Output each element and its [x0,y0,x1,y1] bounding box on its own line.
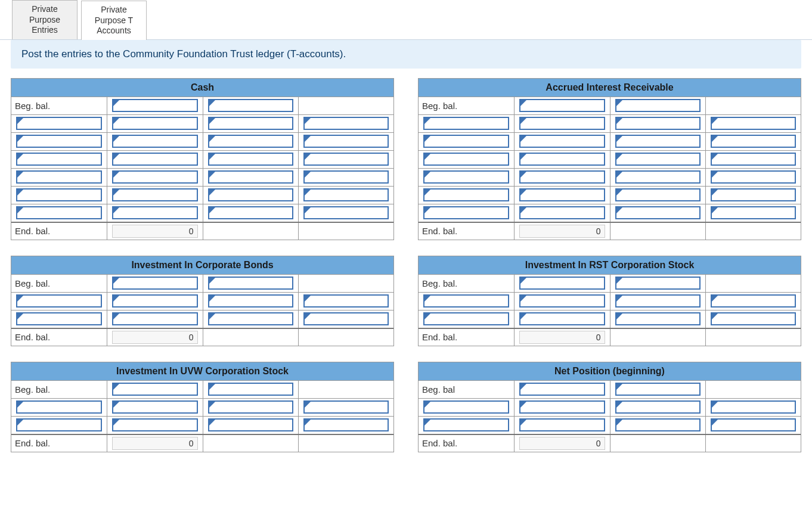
entry-label-input[interactable] [423,418,509,431]
entry-label-input[interactable] [423,153,509,166]
credit-input[interactable] [208,418,293,431]
credit-input[interactable] [208,170,293,184]
credit-input[interactable] [208,400,293,414]
debit-input[interactable] [112,418,197,431]
entry-ref-input[interactable] [711,117,796,130]
entry-label-input[interactable] [423,294,509,308]
entry-label-input[interactable] [16,170,102,184]
cell [419,293,514,310]
entry-label-input[interactable] [423,135,509,148]
entry-ref-input[interactable] [303,206,389,219]
entry-ref-input[interactable] [303,418,389,431]
debit-input[interactable] [112,135,197,148]
entry-label-input[interactable] [16,312,102,325]
entry-ref-input[interactable] [711,153,796,166]
entry-ref-input[interactable] [303,312,389,325]
entry-label-input[interactable] [423,400,509,414]
entry-ref-input[interactable] [303,400,389,414]
credit-input[interactable] [615,188,701,201]
debit-input[interactable] [112,117,197,130]
entry-ref-input[interactable] [711,206,796,219]
debit-input[interactable] [112,383,197,396]
entry-ref-input[interactable] [303,153,389,166]
entry-ref-input[interactable] [303,170,389,184]
tab-private-purpose-t-accounts[interactable]: Private Purpose T Accounts [81,1,147,40]
entry-ref-input[interactable] [711,135,796,148]
entry-label-input[interactable] [16,294,102,308]
dropdown-indicator-icon [520,296,526,302]
credit-input[interactable] [208,277,293,290]
entry-label-input[interactable] [16,188,102,201]
credit-input[interactable] [208,312,293,325]
credit-input[interactable] [208,206,293,219]
credit-input[interactable] [615,99,701,112]
entry-label-input[interactable] [423,170,509,184]
debit-input[interactable] [519,277,605,290]
entry-ref-input[interactable] [711,418,796,431]
credit-input[interactable] [615,170,701,184]
credit-input[interactable] [615,277,701,290]
debit-input[interactable] [112,277,197,290]
debit-input[interactable] [519,383,605,396]
credit-input[interactable] [615,400,701,414]
credit-input[interactable] [208,153,293,166]
debit-input[interactable] [519,188,605,201]
entry-label-input[interactable] [423,117,509,130]
entry-label-input[interactable] [16,400,102,414]
credit-input[interactable] [615,117,701,130]
debit-input[interactable] [519,153,605,166]
debit-input[interactable] [519,170,605,184]
debit-input[interactable] [112,206,197,219]
credit-input[interactable] [615,206,701,219]
debit-input[interactable] [112,170,197,184]
credit-input[interactable] [615,418,701,431]
entry-label-input[interactable] [423,188,509,201]
credit-input[interactable] [208,188,293,201]
entry-ref-input[interactable] [303,135,389,148]
entry-ref-input[interactable] [303,294,389,308]
entry-ref-input[interactable] [303,188,389,201]
entry-ref-input[interactable] [711,312,796,325]
entry-label-input[interactable] [16,153,102,166]
debit-input[interactable] [112,153,197,166]
credit-input[interactable] [615,135,701,148]
debit-input[interactable] [112,294,197,308]
tab-private-purpose-entries[interactable]: Private Purpose Entries [12,0,78,39]
debit-input[interactable] [112,99,197,112]
debit-input[interactable] [519,418,605,431]
entry-ref-input[interactable] [711,188,796,201]
credit-input[interactable] [615,153,701,166]
debit-input[interactable] [519,400,605,414]
entry-label-input[interactable] [16,206,102,219]
entry-ref-input[interactable] [711,400,796,414]
entry-label-input[interactable] [423,206,509,219]
cell [11,115,107,132]
ledger-grid: CashBeg. bal.End. bal.0Investment In Cor… [0,78,812,468]
debit-input[interactable] [519,206,605,219]
entry-ref-input[interactable] [303,117,389,130]
entry-ref-input[interactable] [711,294,796,308]
credit-input[interactable] [208,383,293,396]
credit-input[interactable] [615,294,701,308]
entry-label-input[interactable] [16,418,102,431]
dropdown-indicator-icon [712,172,718,178]
debit-input[interactable] [519,99,605,112]
debit-input[interactable] [519,117,605,130]
debit-input[interactable] [519,135,605,148]
credit-input[interactable] [208,99,293,112]
entry-label-input[interactable] [16,135,102,148]
credit-input[interactable] [208,117,293,130]
entry-label-input[interactable] [16,117,102,130]
entry-label-input[interactable] [423,312,509,325]
debit-input[interactable] [519,312,605,325]
credit-input[interactable] [615,312,701,325]
credit-input[interactable] [615,383,701,396]
debit-input[interactable] [519,294,605,308]
credit-input[interactable] [208,294,293,308]
entry-ref-input[interactable] [711,170,796,184]
debit-input[interactable] [112,188,197,201]
dropdown-indicator-icon [520,136,526,142]
debit-input[interactable] [112,400,197,414]
debit-input[interactable] [112,312,197,325]
credit-input[interactable] [208,135,293,148]
